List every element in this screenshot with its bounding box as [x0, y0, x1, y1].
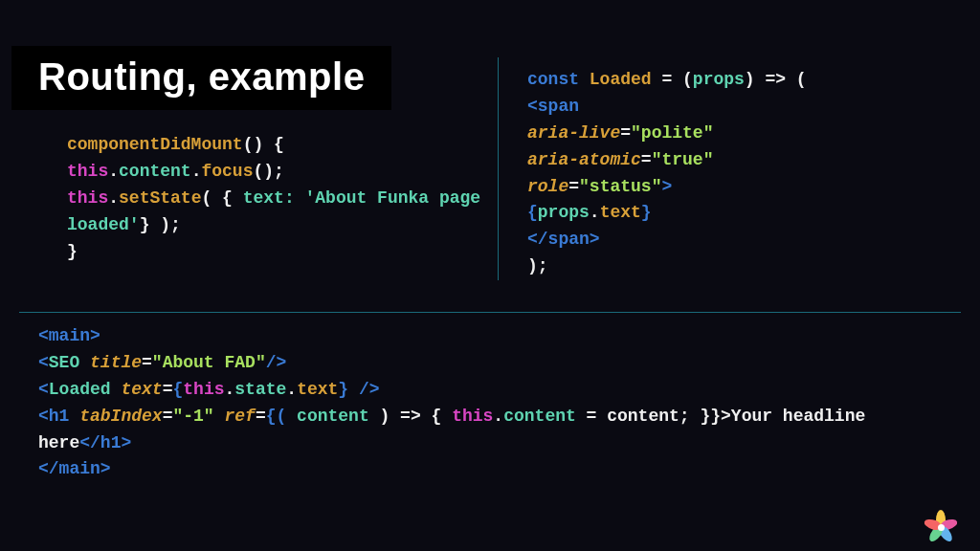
code-left: componentDidMount() { this.content.focus… — [67, 132, 498, 265]
flower-logo-icon — [923, 501, 959, 538]
code-columns: componentDidMount() { this.content.focus… — [0, 57, 980, 280]
bottom-code-block: <main> <SEO title="About FAD"/> <Loaded … — [38, 323, 961, 483]
code-right: const Loaded = (props) => ( <span aria-l… — [527, 67, 980, 280]
left-code-block: componentDidMount() { this.content.focus… — [0, 57, 498, 280]
right-code-block: const Loaded = (props) => ( <span aria-l… — [498, 57, 980, 280]
horizontal-divider — [19, 312, 961, 313]
